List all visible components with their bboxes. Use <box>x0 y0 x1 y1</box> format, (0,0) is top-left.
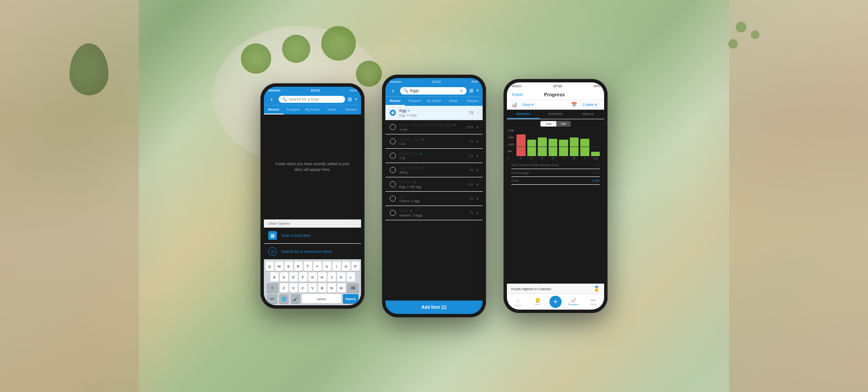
food-item-bagels-egg[interactable]: Bagels, egg✔ 1 oz 79 › <box>385 134 483 149</box>
bar-m: M <box>549 139 558 160</box>
food-radio-bread[interactable] <box>390 153 396 159</box>
key-k[interactable]: K <box>337 272 345 282</box>
food-item-bread-egg[interactable]: Bread, egg✔ 1 oz 81 › <box>385 149 483 163</box>
back-button[interactable]: ‹ <box>267 95 276 103</box>
filter-icon-phone2[interactable]: ⊞ <box>469 88 473 94</box>
key-m[interactable]: M <box>337 283 345 293</box>
food-item-egg-whites[interactable]: Egg Whites✔ 100 g 48 › <box>385 163 483 177</box>
key-mic[interactable]: 🎤 <box>291 294 300 304</box>
total-toggle[interactable]: Total <box>540 121 556 127</box>
key-d[interactable]: D <box>289 272 298 282</box>
search-nav-bar-phone2: ‹ 🔍 Eggs ✕ ⊞ + <box>385 85 483 96</box>
food-filter-pill[interactable]: Food ▾ <box>520 102 536 108</box>
key-c[interactable]: C <box>299 283 307 293</box>
trophy-icon: 🏅 <box>593 286 600 292</box>
key-backspace[interactable]: ⌫ <box>347 283 359 293</box>
food-radio-eggs-scrambled[interactable] <box>390 124 396 130</box>
search-restaurant-option[interactable]: ⊙ Search for a restaurant menu <box>264 244 361 260</box>
add-icon-phone2[interactable]: + <box>476 88 479 94</box>
eggs-search-input[interactable]: 🔍 Eggs ✕ <box>400 87 467 95</box>
key-search[interactable]: Search <box>343 294 358 304</box>
food-item-eggs-scrambled[interactable]: Eggs - Scrambled (whole egg)✔ 1 cup 365 … <box>385 120 483 134</box>
foods-highest-section[interactable]: Foods Highest In Calories 🏅 <box>507 284 604 294</box>
battery-phone1: 41% <box>350 88 357 92</box>
food-item-deviled[interactable]: Deviled✔ Egg, 1 half egg 64 › <box>385 177 483 192</box>
add-nav-button[interactable]: + <box>549 296 562 308</box>
nav-home[interactable]: ⌂ Home <box>508 297 528 307</box>
nav-more[interactable]: ••• More <box>583 298 603 306</box>
tab-macros[interactable]: Macros <box>572 110 604 119</box>
food-radio-egg-costco[interactable] <box>390 196 396 202</box>
key-s[interactable]: S <box>280 272 288 282</box>
calendar-icon: 📅 <box>571 102 577 108</box>
key-l[interactable]: L <box>347 272 355 282</box>
export-link[interactable]: Export <box>512 92 523 97</box>
food-item-egg-costco[interactable]: Egg Costco, 1 egg 80 › <box>385 192 483 206</box>
battery-phone2: 41% <box>471 80 478 84</box>
key-space[interactable]: space <box>302 294 341 304</box>
food-radio-deviled[interactable] <box>390 181 396 187</box>
key-r[interactable]: R <box>294 261 302 271</box>
key-e[interactable]: E <box>285 261 293 271</box>
filter-icon[interactable]: ⊞ <box>348 96 352 102</box>
key-y[interactable]: Y <box>313 261 322 271</box>
label-w: W <box>573 157 575 160</box>
nav-diary[interactable]: 📒 Diary <box>528 298 548 306</box>
key-u[interactable]: U <box>323 261 331 271</box>
tab-meals-phone2[interactable]: Meals <box>444 97 463 106</box>
carrier-phone1: Verizon <box>268 88 280 92</box>
clear-icon[interactable]: ✕ <box>460 88 463 93</box>
key-t[interactable]: T <box>304 261 312 271</box>
key-shift[interactable]: ⇧ <box>266 283 279 293</box>
tab-meals-phone1[interactable]: Meals <box>322 105 342 114</box>
key-o[interactable]: O <box>342 261 350 271</box>
add-icon[interactable]: + <box>355 96 358 102</box>
bar-s2: S <box>538 137 547 160</box>
key-v[interactable]: V <box>309 283 317 293</box>
food-info-egg: Egg✔ Egg, 1 large <box>399 108 466 117</box>
tabs-row-phone2: Recent Frequent My Foods Meals Recipes <box>385 96 483 106</box>
key-w[interactable]: W <box>275 261 283 271</box>
label-m: M <box>552 157 554 160</box>
tab-recipes-phone1[interactable]: Recipes <box>342 105 361 114</box>
tab-recipes-phone2[interactable]: Recipes <box>463 97 483 106</box>
net-toggle[interactable]: Net <box>556 121 571 127</box>
time-phone2: 10:13 <box>432 80 441 84</box>
week-filter-pill[interactable]: 1 Week ▾ <box>580 102 600 108</box>
key-h[interactable]: H <box>318 272 326 282</box>
tab-frequent-phone1[interactable]: Frequent <box>283 105 303 114</box>
food-chevron-egg[interactable]: › <box>477 111 478 115</box>
key-b[interactable]: B <box>318 283 326 293</box>
key-p[interactable]: P <box>352 261 360 271</box>
key-a[interactable]: A <box>270 272 279 282</box>
key-g[interactable]: G <box>309 272 317 282</box>
tab-recent-phone2[interactable]: Recent <box>385 97 405 106</box>
search-input-container[interactable]: 🔍 Search for a food <box>279 96 345 103</box>
key-n[interactable]: N <box>328 283 336 293</box>
key-f[interactable]: F <box>299 272 307 282</box>
tab-recent-phone1[interactable]: Recent <box>264 105 283 114</box>
food-radio-eggs-sauders[interactable] <box>390 210 396 216</box>
key-j[interactable]: J <box>328 272 336 282</box>
tab-frequent-phone2[interactable]: Frequent <box>405 97 424 106</box>
food-radio-egg-whites[interactable] <box>390 167 396 173</box>
back-button-phone2[interactable]: ‹ <box>389 87 398 95</box>
tab-nutrients[interactable]: Nutrients <box>539 110 572 119</box>
food-item-eggs-sauders[interactable]: Eggs✔ sauders, 2 eggs 70 › <box>385 206 483 220</box>
key-z[interactable]: Z <box>280 283 288 293</box>
key-x[interactable]: X <box>289 283 298 293</box>
label-t2: T <box>584 157 585 160</box>
key-globe[interactable]: 🌐 <box>279 294 289 304</box>
nav-progress[interactable]: 📈 Progress <box>563 298 583 306</box>
tab-myfoods-phone1[interactable]: My Foods <box>303 105 322 114</box>
food-radio-egg[interactable] <box>390 110 396 116</box>
tab-calories[interactable]: Calories <box>507 110 539 119</box>
key-q[interactable]: Q <box>266 261 274 271</box>
food-item-egg[interactable]: Egg✔ Egg, 1 large 72 › <box>385 106 483 120</box>
key-123[interactable]: 123 <box>266 294 277 304</box>
scan-food-option[interactable]: ▦ Scan a food item <box>264 228 361 244</box>
key-i[interactable]: I <box>332 261 341 271</box>
food-radio-bagels[interactable] <box>390 138 396 144</box>
add-item-button[interactable]: Add Item (1) <box>385 301 483 314</box>
tab-myfoods-phone2[interactable]: My Foods <box>424 97 444 106</box>
